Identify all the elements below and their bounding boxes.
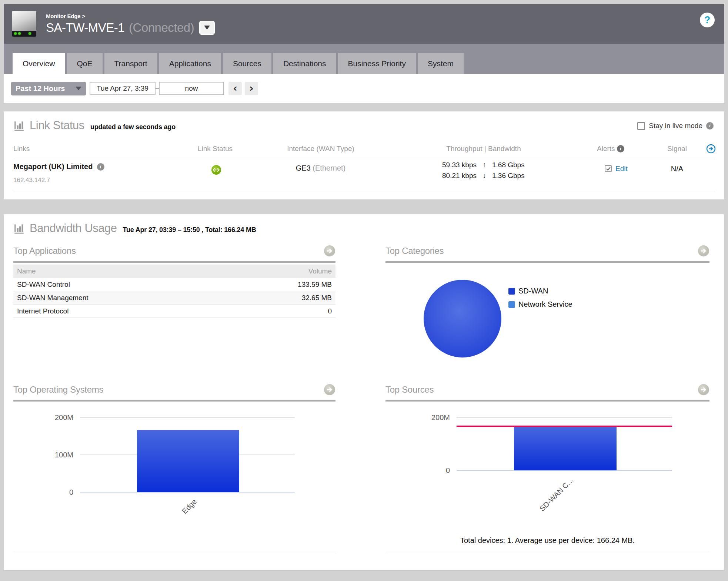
panel-underline xyxy=(13,261,335,263)
categories-pie-chart[interactable] xyxy=(424,280,501,357)
tab-transport[interactable]: Transport xyxy=(104,53,157,74)
signal-cell: N/A xyxy=(659,165,695,173)
link-name: Megaport (UK) Limited i xyxy=(13,162,104,171)
bar-Edge[interactable] xyxy=(137,430,239,492)
app-volume: 0 xyxy=(328,307,332,315)
y-tick-label: 100M xyxy=(55,450,73,460)
live-mode-checkbox[interactable] xyxy=(637,122,645,130)
legend-swatch xyxy=(508,301,515,308)
y-tick-label: 0 xyxy=(69,487,73,497)
alerts-edit[interactable]: Edit xyxy=(604,165,628,173)
app-volume: 133.59 MB xyxy=(298,281,332,289)
top-operating-systems-chart: 200M100M0 Edge xyxy=(13,417,335,528)
bar-SD-WAN C…[interactable] xyxy=(514,426,617,470)
info-icon[interactable]: i xyxy=(97,163,104,171)
tab-overview[interactable]: Overview xyxy=(13,53,65,74)
divider xyxy=(13,159,715,159)
edit-link: Edit xyxy=(615,165,628,173)
table-row[interactable]: SD-WAN Management 32.65 MB xyxy=(13,291,335,305)
average-line xyxy=(457,426,672,427)
app-volume: 32.65 MB xyxy=(302,294,332,302)
legend-label: Network Service xyxy=(518,300,572,309)
app-name: Internet Protocol xyxy=(17,307,69,315)
column-header-name: Name xyxy=(17,267,36,275)
tab-business-priority[interactable]: Business Priority xyxy=(338,53,416,74)
edge-dropdown-button[interactable] xyxy=(199,21,215,35)
edge-device-icon xyxy=(12,11,36,37)
legend-label: SD-WAN xyxy=(518,287,548,295)
top-sources-chart: 200M0 SD-WAN C… xyxy=(385,417,709,528)
bandwidth-usage-card: Bandwidth Usage Tue Apr 27, 03:39 – 15:5… xyxy=(4,214,724,571)
time-range-dash xyxy=(156,88,159,89)
tab-system[interactable]: System xyxy=(418,53,464,74)
info-icon[interactable]: i xyxy=(706,122,714,130)
panel-underline xyxy=(385,400,709,402)
tab-bar: Overview QoE Transport Applications Sour… xyxy=(4,44,724,74)
help-icon[interactable]: ? xyxy=(700,13,715,27)
time-range-dropdown[interactable]: Past 12 Hours xyxy=(11,82,86,95)
next-range-button[interactable]: › xyxy=(245,82,258,95)
end-time-input[interactable] xyxy=(159,82,224,95)
plot-area: SD-WAN C… xyxy=(457,417,672,470)
panel-underline xyxy=(13,400,335,402)
table-row[interactable]: Internet Protocol 0 xyxy=(13,305,335,318)
header-card: Monitor Edge > SA-TW-MVE-1 (Connected) ?… xyxy=(4,4,724,103)
chevron-down-icon xyxy=(76,87,81,90)
up-arrow-icon: ↑ xyxy=(477,161,492,169)
live-mode-label: Stay in live mode xyxy=(649,122,702,130)
panel-title-top-operating-systems: Top Operating Systems xyxy=(13,384,103,394)
x-tick-label: SD-WAN C… xyxy=(507,476,575,544)
y-tick-label: 0 xyxy=(446,466,450,475)
x-tick-label: Edge xyxy=(130,497,198,566)
start-time-input[interactable] xyxy=(90,82,156,95)
section-title: Link Status xyxy=(30,119,84,132)
info-icon[interactable]: i xyxy=(617,145,624,152)
page: { "header": { "breadcrumb": "Monitor Edg… xyxy=(0,0,728,581)
wan-type: (Ethernet) xyxy=(313,164,345,172)
breadcrumb[interactable]: Monitor Edge > xyxy=(46,13,215,19)
legend-item[interactable]: Network Service xyxy=(508,300,572,309)
column-header-signal: Signal xyxy=(659,145,695,153)
table-row[interactable]: SD-WAN Control 133.59 MB xyxy=(13,278,335,291)
connection-status: (Connected) xyxy=(129,21,194,35)
gridline xyxy=(457,417,672,418)
down-throughput: 80.21 kbps xyxy=(432,172,477,180)
y-axis: 200M100M0 xyxy=(13,417,73,492)
tab-sources[interactable]: Sources xyxy=(223,53,271,74)
page-title: SA-TW-MVE-1 xyxy=(46,21,124,35)
panel-link-arrow-icon[interactable] xyxy=(698,384,709,396)
title-block: Monitor Edge > SA-TW-MVE-1 (Connected) xyxy=(46,13,215,35)
link-ip: 162.43.142.7 xyxy=(13,177,50,184)
y-tick-label: 200M xyxy=(55,413,73,422)
app-name: SD-WAN Management xyxy=(17,294,89,302)
panel-link-arrow-icon[interactable] xyxy=(324,245,335,257)
down-arrow-icon: ↓ xyxy=(477,172,492,180)
up-throughput: 59.33 kbps xyxy=(432,161,477,169)
bar-chart-icon xyxy=(13,120,25,131)
legend-item[interactable]: SD-WAN xyxy=(508,287,572,295)
up-bandwidth: 1.68 Gbps xyxy=(492,161,537,169)
checked-checkbox-icon xyxy=(604,165,612,173)
top-applications-table: Name Volume SD-WAN Control 133.59 MB SD-… xyxy=(13,265,335,318)
divider xyxy=(385,552,709,552)
interface-cell: GE3 (Ethernet) xyxy=(274,164,367,172)
time-range-label: Past 12 Hours xyxy=(16,84,65,93)
panel-title-top-applications: Top Applications xyxy=(13,246,76,256)
column-header-volume: Volume xyxy=(308,267,332,275)
y-tick-label: 200M xyxy=(431,413,450,422)
throughput-cell: 59.33 kbps ↑ 1.68 Gbps 80.21 kbps ↓ 1.36… xyxy=(432,161,540,180)
previous-range-button[interactable]: ‹ xyxy=(228,82,242,95)
app-name: SD-WAN Control xyxy=(17,281,70,289)
top-bar: Monitor Edge > SA-TW-MVE-1 (Connected) ? xyxy=(4,4,724,44)
tab-applications[interactable]: Applications xyxy=(159,53,221,74)
panel-link-arrow-icon[interactable] xyxy=(698,245,709,257)
details-arrow-icon[interactable] xyxy=(706,144,716,154)
tab-qoe[interactable]: QoE xyxy=(67,53,103,74)
column-header-throughput: Throughput | Bandwidth xyxy=(430,145,537,153)
tab-destinations[interactable]: Destinations xyxy=(273,53,336,74)
column-header-alerts: Alerts i xyxy=(597,145,624,153)
panel-link-arrow-icon[interactable] xyxy=(324,384,335,396)
device-led-icon xyxy=(29,32,31,35)
chevron-down-icon xyxy=(204,26,210,30)
panel-title-top-categories: Top Categories xyxy=(385,246,444,256)
